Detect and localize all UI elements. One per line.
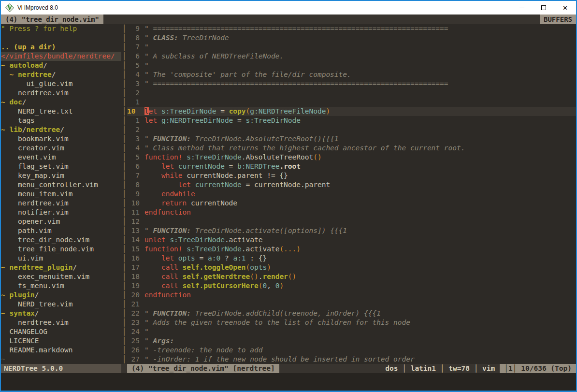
tree-item[interactable]: LICENCE [1, 336, 121, 346]
code-line[interactable]: 1let g:NERDTreeDirNode = s:TreeDirNode [127, 116, 576, 125]
tree-item[interactable]: ~ syntax/ [1, 309, 121, 318]
tree-item[interactable]: nerdtree.vim [1, 199, 121, 208]
code-line[interactable]: 10let s:TreeDirNode = copy(g:NERDTreeFil… [127, 107, 576, 116]
code-line[interactable]: 1 [127, 98, 576, 107]
syntax-c: " A subclass of NERDTreeFileNode. [144, 52, 284, 60]
tree-item-text: nerdtree.vim [1, 88, 69, 98]
code-line[interactable]: 21 [127, 300, 576, 309]
code-line[interactable]: 3" FUNCTION: TreeDirNode.AbsoluteTreeRoo… [127, 134, 576, 144]
minimize-button[interactable] [511, 1, 533, 15]
code-line[interactable]: 11endfunction [127, 208, 576, 217]
code-line[interactable]: 23" Adds the given treenode to the list … [127, 318, 576, 327]
syntax-n [157, 116, 161, 124]
code-line[interactable]: 3" =====================================… [127, 79, 576, 88]
syntax-k: endfunction [144, 291, 191, 299]
tree-item[interactable]: key_map.vim [1, 171, 121, 180]
code-line[interactable]: 26" -treenode: the node to add [127, 346, 576, 355]
split-separator[interactable]: │││││││││││││││││││││││││││││││││││││ [121, 24, 127, 364]
maximize-button[interactable] [533, 1, 554, 15]
tree-item[interactable]: CHANGELOG [1, 327, 121, 336]
code-line[interactable]: 24" [127, 327, 576, 336]
code-line[interactable]: 20endfunction [127, 290, 576, 300]
code-line[interactable]: 4" The 'composite' part of the file/dir … [127, 70, 576, 79]
tree-item[interactable]: creator.vim [1, 144, 121, 153]
tree-item[interactable]: path.vim [1, 226, 121, 235]
tree-item[interactable]: tags [1, 116, 121, 125]
tree-item[interactable]: tree_dir_node.vim [1, 235, 121, 245]
syntax-i: s:TreeDirNode [187, 153, 242, 161]
code-line[interactable]: 6" A subclass of NERDTreeFileNode. [127, 52, 576, 61]
code-line[interactable]: 8" CLASS: TreeDirNode [127, 33, 576, 43]
tree-item[interactable]: .. (up a dir) [1, 43, 121, 52]
tree-item[interactable]: ~ nerdtree_plugin/ [1, 263, 121, 272]
tree-item[interactable]: ~ [1, 355, 121, 364]
tree-item[interactable]: NERD_tree.txt [1, 107, 121, 116]
code-line[interactable]: 4" Class method that returns the highest… [127, 144, 576, 153]
tree-item[interactable]: ~ lib/nerdtree/ [1, 125, 121, 134]
syntax-i: s:TreeDirNode [170, 236, 225, 244]
syntax-n: / [22, 98, 27, 106]
syntax-k: call [161, 273, 178, 280]
tree-item[interactable]: exec_menuitem.vim [1, 272, 121, 281]
tree-item[interactable]: </vimfiles/bundle/nerdtree/ [1, 52, 121, 61]
tree-item[interactable] [1, 33, 121, 43]
tree-item[interactable]: bookmark.vim [1, 134, 121, 144]
tree-item[interactable]: README.markdown [1, 346, 121, 355]
tree-item[interactable]: flag_set.vim [1, 162, 121, 171]
code-line[interactable]: 19 call self.putCursorHere(0, 0) [127, 281, 576, 290]
code-line[interactable]: 6 let currentNode = b:NERDTree.root [127, 162, 576, 171]
code-line[interactable]: 9" =====================================… [127, 24, 576, 33]
tree-item[interactable]: " Press ? for help [1, 24, 121, 33]
code-line[interactable]: 27" -inOrder: 1 if the new node should b… [127, 355, 576, 364]
code-line[interactable]: 14unlet s:TreeDirNode.activate [127, 235, 576, 245]
tree-item[interactable]: nerdtree.vim [1, 318, 121, 327]
code-line[interactable]: 7 while currentNode.parent != {} [127, 171, 576, 180]
code-line[interactable]: 7" [127, 43, 576, 52]
code-line[interactable]: 15function! s:TreeDirNode.activate(...) [127, 245, 576, 254]
tree-item[interactable]: tree_file_node.vim [1, 245, 121, 254]
status-middle [279, 364, 385, 373]
tree-item[interactable]: opener.vim [1, 217, 121, 226]
tree-item[interactable]: ~ doc/ [1, 98, 121, 107]
code-line[interactable]: 5" [127, 61, 576, 70]
syntax-k: unlet [144, 236, 166, 244]
code-line[interactable]: 5function! s:TreeDirNode.AbsoluteTreeRoo… [127, 153, 576, 162]
close-button[interactable]: ✕ [554, 1, 576, 15]
code-line[interactable]: 16 let opts = a:0 ? a:1 : {} [127, 254, 576, 263]
command-line[interactable] [1, 373, 576, 391]
code-line[interactable]: 9 endwhile [127, 189, 576, 199]
code-line[interactable]: 13" FUNCTION: TreeDirNode.activate([opti… [127, 226, 576, 235]
status-right-items: dos │ latin1 │ tw=78 │ vim [385, 364, 500, 373]
code-line[interactable]: 22" FUNCTION: TreeDirNode.addChild(treen… [127, 309, 576, 318]
tree-item[interactable]: ~ autoload/ [1, 61, 121, 70]
code-line[interactable]: 18 call self.getNerdtree().render() [127, 272, 576, 281]
tree-item[interactable]: nerdtree.vim [1, 88, 121, 98]
code-line[interactable]: 8 let currentNode = currentNode.parent [127, 180, 576, 189]
code-line[interactable]: 2 [127, 125, 576, 134]
tree-item[interactable]: ~ nerdtree/ [1, 70, 121, 79]
code-line[interactable]: 25" Args: [127, 336, 576, 346]
tree-item[interactable]: menu_controller.vim [1, 180, 121, 189]
code-line[interactable]: 17 call self.toggleOpen(opts) [127, 263, 576, 272]
syntax-i: opts [178, 254, 195, 262]
line-number: 14 [127, 235, 140, 245]
tree-item[interactable]: ui.vim [1, 254, 121, 263]
line-number: 22 [127, 309, 140, 318]
line-number: 3 [127, 134, 140, 144]
syntax-k: return [161, 199, 187, 207]
code-line[interactable]: 2 [127, 88, 576, 98]
tab-tree-dir-node[interactable]: (4) "tree_dir_node.vim" [1, 15, 103, 24]
syntax-file: key_map.vim [1, 172, 64, 179]
tree-item[interactable]: ~ plugin/ [1, 290, 121, 300]
code-line[interactable]: 12 [127, 217, 576, 226]
tree-item[interactable]: menu_item.vim [1, 189, 121, 199]
tree-item[interactable]: ui_glue.vim [1, 79, 121, 88]
tree-item[interactable]: notifier.vim [1, 208, 121, 217]
syntax-file: fs_menu.vim [1, 282, 64, 290]
code-line[interactable]: 10 return currentNode [127, 199, 576, 208]
tree-item[interactable]: fs_menu.vim [1, 281, 121, 290]
tree-item-text: README.markdown [1, 346, 72, 355]
tree-item[interactable]: NERD_tree.vim [1, 300, 121, 309]
status-separator-bar: │ [398, 364, 410, 373]
tree-item[interactable]: event.vim [1, 153, 121, 162]
